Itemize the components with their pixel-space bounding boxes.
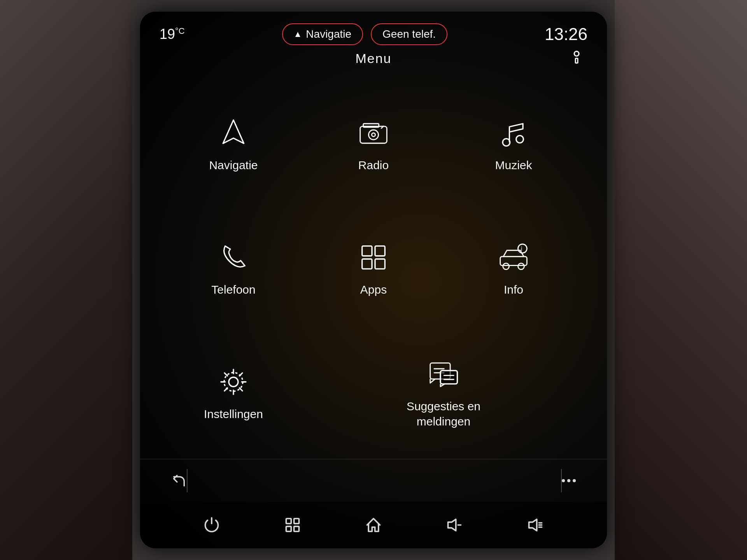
svg-rect-27: [294, 519, 299, 524]
menu-item-muziek[interactable]: Muziek: [444, 82, 584, 206]
bottom-nav-bar: [140, 459, 607, 502]
svg-rect-28: [286, 527, 291, 532]
apps-icon: [356, 240, 391, 275]
temp-unit: °C: [175, 26, 185, 36]
more-button[interactable]: [562, 479, 576, 482]
svg-marker-1: [223, 120, 244, 143]
svg-point-8: [516, 135, 524, 143]
top-settings-icon[interactable]: [570, 50, 584, 67]
radio-icon: [356, 116, 391, 150]
time-display: 13:26: [545, 24, 587, 44]
suggesties-label: Suggesties en meldingen: [407, 399, 480, 429]
nav-arrow-icon: ▲: [294, 29, 302, 39]
phone-icon: [216, 240, 251, 275]
svg-rect-0: [575, 58, 578, 63]
nav-pill-label: Navigatie: [306, 28, 351, 40]
apps-label: Apps: [360, 282, 387, 297]
svg-rect-2: [360, 126, 387, 143]
volume-up-button[interactable]: [527, 516, 544, 534]
menu-item-info[interactable]: i Info: [444, 206, 584, 331]
instellingen-label: Instellingen: [204, 406, 263, 422]
info-car-icon: i: [496, 240, 531, 275]
radio-label: Radio: [358, 158, 389, 173]
back-button[interactable]: [171, 473, 187, 488]
power-button[interactable]: [203, 516, 220, 534]
menu-item-navigatie[interactable]: Navigatie: [163, 82, 303, 206]
car-surround: 19°C ▲ Navigatie Geen telef. 13:26 Menu: [0, 0, 747, 560]
suggestions-icon: [426, 357, 461, 392]
muziek-label: Muziek: [495, 158, 532, 173]
grid-button[interactable]: [284, 516, 301, 534]
system-bar: [140, 502, 607, 548]
bottom-divider-left: [187, 469, 188, 492]
home-button[interactable]: [365, 516, 382, 534]
svg-point-15: [518, 263, 524, 269]
svg-rect-11: [362, 259, 372, 269]
menu-item-suggesties[interactable]: Suggesties en meldingen: [303, 331, 584, 455]
svg-rect-12: [375, 259, 385, 269]
svg-marker-32: [529, 519, 537, 530]
svg-point-3: [368, 130, 378, 140]
music-icon: [496, 116, 531, 150]
navigatie-label: Navigatie: [209, 158, 258, 173]
svg-point-14: [503, 263, 509, 269]
volume-down-button[interactable]: [446, 516, 463, 534]
phone-pill-button[interactable]: Geen telef.: [371, 23, 447, 45]
telefoon-label: Telefoon: [211, 282, 255, 297]
screen: 19°C ▲ Navigatie Geen telef. 13:26 Menu: [140, 12, 607, 548]
svg-rect-29: [294, 527, 299, 532]
svg-text:i: i: [521, 245, 523, 252]
screen-container: 19°C ▲ Navigatie Geen telef. 13:26 Menu: [140, 12, 607, 548]
settings-icon: [216, 364, 251, 399]
dashboard-left: [0, 0, 132, 560]
svg-rect-5: [363, 124, 379, 127]
navigation-pill-button[interactable]: ▲ Navigatie: [282, 23, 363, 45]
svg-rect-10: [375, 246, 385, 256]
svg-rect-26: [286, 519, 291, 524]
top-bar: 19°C ▲ Navigatie Geen telef. 13:26: [140, 12, 607, 49]
temp-value: 19: [160, 26, 175, 42]
svg-point-4: [372, 133, 375, 136]
phone-pill-label: Geen telef.: [382, 28, 436, 40]
svg-rect-23: [440, 371, 457, 384]
dashboard-right: [615, 0, 747, 560]
menu-grid: Navigatie Radio: [140, 74, 607, 459]
menu-item-telefoon[interactable]: Telefoon: [163, 206, 303, 331]
svg-marker-30: [448, 519, 456, 530]
menu-item-apps[interactable]: Apps: [303, 206, 444, 331]
temperature-display: 19°C: [160, 26, 185, 42]
menu-item-radio[interactable]: Radio: [303, 82, 444, 206]
nav-buttons: ▲ Navigatie Geen telef.: [282, 23, 448, 45]
info-label: Info: [504, 282, 523, 297]
navigation-icon: [216, 116, 251, 150]
menu-item-instellingen[interactable]: Instellingen: [163, 331, 303, 455]
menu-title-row: Menu: [140, 49, 607, 74]
menu-title: Menu: [355, 51, 391, 66]
svg-point-16: [518, 244, 527, 253]
more-dots-icon: [562, 479, 576, 482]
svg-rect-9: [362, 246, 372, 256]
svg-point-18: [229, 377, 238, 387]
